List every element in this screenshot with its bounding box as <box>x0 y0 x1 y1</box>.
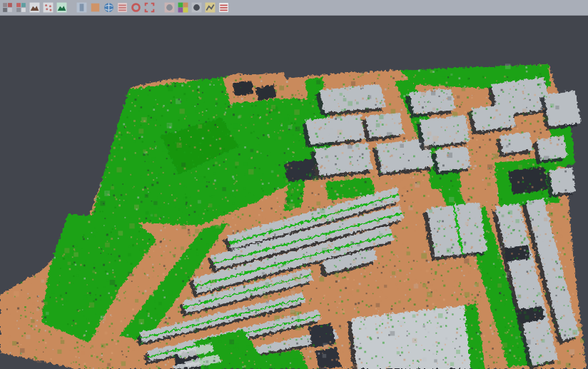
cloud-point <box>418 70 420 72</box>
cloud-point <box>305 348 307 350</box>
cloud-point <box>292 213 293 214</box>
cloud-point <box>303 108 304 109</box>
cloud-point <box>211 294 213 296</box>
cloud-point <box>389 204 391 206</box>
cloud-point <box>115 257 116 258</box>
cloud-point <box>470 214 472 216</box>
cloud-point <box>320 274 322 276</box>
cloud-point <box>464 86 465 87</box>
classification-colors-icon[interactable] <box>178 2 188 13</box>
cloud-point <box>300 266 302 268</box>
cloud-point <box>225 135 226 136</box>
cloud-point <box>499 166 504 171</box>
cloud-point <box>372 103 375 105</box>
cloud-point <box>122 354 123 355</box>
cloud-point <box>115 226 116 227</box>
cloud-point <box>148 115 150 117</box>
cloud-point <box>457 161 460 163</box>
flag-icon[interactable] <box>218 2 229 13</box>
cloud-point <box>410 273 411 274</box>
cloud-point <box>328 347 330 348</box>
cloud-point <box>41 308 44 310</box>
cloud-point <box>190 172 191 173</box>
cloud-point <box>165 321 167 323</box>
point-cloud-scene[interactable] <box>0 16 588 369</box>
cloud-point <box>563 315 565 317</box>
render-ball-icon[interactable] <box>191 2 202 13</box>
measure-icon[interactable] <box>205 2 216 13</box>
cloud-point <box>359 348 360 349</box>
cloud-point <box>381 225 383 227</box>
merge-clouds-icon[interactable] <box>16 2 26 13</box>
cloud-point <box>562 254 563 256</box>
cloud-point <box>441 126 442 128</box>
globe-icon[interactable] <box>103 2 114 13</box>
cloud-point <box>385 89 387 91</box>
cloud-point <box>44 361 46 363</box>
cloud-point <box>154 233 156 235</box>
circle-select-icon[interactable] <box>131 2 141 13</box>
cloud-point <box>193 163 195 166</box>
cloud-point <box>89 303 94 308</box>
cloud-point <box>18 346 19 348</box>
building-column-icon[interactable] <box>76 2 87 13</box>
cloud-point <box>106 322 108 323</box>
cloud-point <box>537 166 539 168</box>
attribute-table-icon[interactable] <box>117 2 128 13</box>
cloud-point <box>483 335 485 338</box>
cloud-point <box>300 338 302 340</box>
sparse-points-icon[interactable] <box>43 2 54 13</box>
cloud-point <box>225 110 225 111</box>
cloud-point <box>515 219 519 223</box>
cloud-point <box>148 123 149 125</box>
cloud-point <box>335 266 337 268</box>
sphere-view-icon[interactable] <box>164 2 175 13</box>
cloud-point <box>522 181 524 183</box>
cloud-point <box>490 172 492 173</box>
cloud-point <box>343 352 344 353</box>
cloud-point <box>141 149 142 151</box>
cloud-point <box>441 150 442 151</box>
cloud-point <box>423 96 424 96</box>
cloud-point <box>211 271 212 272</box>
cloud-point <box>216 293 218 295</box>
cloud-point <box>195 287 198 290</box>
terrain-icon[interactable] <box>29 2 40 13</box>
cloud-point <box>365 250 368 252</box>
cloud-point <box>213 273 214 275</box>
cloud-point <box>313 100 313 101</box>
cloud-point <box>208 270 210 271</box>
cloud-point <box>380 296 381 298</box>
cloud-point <box>98 368 99 368</box>
cloud-point <box>406 128 410 132</box>
cloud-point <box>320 277 325 282</box>
cloud-point <box>407 251 410 255</box>
cloud-point <box>291 94 293 96</box>
cloud-point <box>220 84 222 85</box>
cloud-point <box>432 108 435 111</box>
crop-box-icon[interactable] <box>144 2 155 13</box>
cloud-point <box>427 305 429 307</box>
cloud-point <box>443 285 445 287</box>
cloud-point <box>84 267 85 268</box>
classify-points-icon[interactable] <box>2 2 13 13</box>
cloud-point <box>455 348 456 350</box>
cloud-point <box>222 238 224 240</box>
cloud-point <box>28 298 29 299</box>
cloud-point <box>331 128 333 129</box>
cloud-point <box>173 96 175 98</box>
vegetation-surface-icon[interactable] <box>56 2 67 13</box>
cloud-point <box>559 333 561 335</box>
cloud-point <box>497 283 502 288</box>
cloud-point <box>465 309 467 310</box>
cloud-point <box>504 133 505 134</box>
viewport-3d[interactable] <box>0 16 588 369</box>
cloud-point <box>178 323 180 325</box>
cloud-point <box>350 76 350 76</box>
cloud-point <box>579 353 581 355</box>
cloud-point <box>347 355 349 357</box>
cloud-point <box>460 283 461 285</box>
cloud-point <box>203 213 204 214</box>
cloud-point <box>524 88 525 89</box>
ground-class-icon[interactable] <box>90 2 101 13</box>
